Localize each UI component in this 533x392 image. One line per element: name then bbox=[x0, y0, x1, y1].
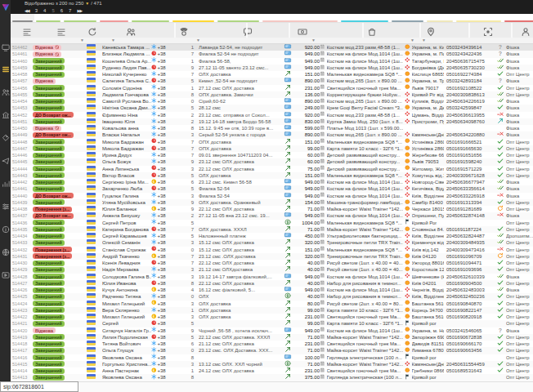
tracking-number[interactable]: 20450631554459 bbox=[444, 361, 495, 368]
client-phone-link[interactable]: +38 bbox=[151, 280, 181, 287]
table-row[interactable]: 514443ЗавершенийВіктор Власов+385ОЛХ дос… bbox=[11, 172, 533, 179]
tab-8[interactable]: Нема в наявності1 bbox=[339, 14, 390, 22]
integrations-icon[interactable] bbox=[1, 247, 10, 256]
page-button-7[interactable]: 7 bbox=[69, 8, 71, 13]
tracking-number[interactable]: 20450636677947 bbox=[444, 179, 495, 185]
client-phone-link[interactable]: +38 bbox=[151, 172, 181, 180]
client-phone-link[interactable]: +38 bbox=[151, 111, 181, 118]
column-filter-caret-icon[interactable]: ▼ bbox=[311, 38, 316, 42]
table-row[interactable]: 514445ЗавершенийОльга Божук+38923.12 смс… bbox=[11, 158, 533, 165]
table-row[interactable]: 514451ЗавершенийІващенко Юля+38219.12 14… bbox=[11, 118, 533, 125]
tab-12[interactable]: Повернений bbox=[503, 14, 533, 22]
tracking-number[interactable]: 0501691093696 bbox=[444, 266, 495, 273]
client-phone-link[interactable]: +38 bbox=[151, 253, 181, 261]
tracking-number[interactable]: 0501690820918 bbox=[444, 314, 495, 320]
client-phone-link[interactable]: +38 bbox=[151, 138, 181, 145]
client-phone-link[interactable]: +38 bbox=[151, 206, 181, 213]
tracking-number[interactable]: 0501691571229 bbox=[444, 166, 495, 172]
tracking-number[interactable]: 0501692108522 bbox=[444, 85, 495, 91]
client-phone-link[interactable]: +38 bbox=[151, 145, 181, 153]
client-phone-link[interactable]: +38 bbox=[151, 334, 181, 341]
client-phone-link[interactable]: +38 bbox=[151, 165, 181, 172]
page-button-4[interactable]: 4 bbox=[43, 8, 46, 13]
tracking-number[interactable]: 0501690822147 bbox=[444, 307, 495, 314]
table-row[interactable]: 514454ЗавершенийСамотій Руслана Во...+38… bbox=[11, 98, 533, 105]
table-row[interactable]: 514430ЗавершенийКсенія Левадния+38722.12… bbox=[11, 260, 533, 266]
tracking-number[interactable]: 0501691281689 bbox=[444, 206, 495, 212]
client-phone-link[interactable]: +38 bbox=[151, 327, 181, 334]
table-row[interactable]: 514450ВідмоваКовальова анна+38815.12. 9:… bbox=[11, 125, 533, 131]
table-row[interactable]: 514459ЗавершенийРуденко Лидия Пав...+389… bbox=[11, 65, 533, 71]
tracking-number[interactable]: 0501690663456 bbox=[444, 347, 495, 354]
tracking-number[interactable]: 20450634220880 bbox=[444, 131, 495, 138]
client-column-icon[interactable] bbox=[126, 25, 136, 35]
client-phone-link[interactable]: +38 bbox=[151, 226, 181, 234]
tab-10[interactable]: Сервіси0 bbox=[425, 14, 455, 22]
tracking-number[interactable]: 0501690904500 bbox=[444, 280, 495, 287]
manager-column-icon[interactable] bbox=[521, 25, 531, 35]
tracking-number[interactable]: 0503243439614 bbox=[444, 44, 495, 51]
client-phone-link[interactable]: +38 bbox=[151, 287, 181, 294]
table-row[interactable]: 514444ЗавершенийАнна Липенська+38322.12 … bbox=[11, 166, 533, 172]
tracking-number[interactable]: 20450632874148 bbox=[444, 212, 495, 219]
tracking-number[interactable]: 20450635730230 bbox=[444, 65, 495, 71]
table-row[interactable]: 514419ЗавершенийЛилия Подолинская+38522.… bbox=[11, 334, 533, 341]
comment-column-icon[interactable] bbox=[243, 25, 253, 35]
table-row[interactable]: 514431Повернення (з...Андрій Ткаченко+38… bbox=[11, 253, 533, 260]
product-column-icon[interactable] bbox=[367, 25, 377, 35]
table-row[interactable]: 514434ЗавершенийСергей Карамышев+385Нало… bbox=[11, 233, 533, 239]
tracking-number[interactable]: 0501692274384 bbox=[444, 71, 495, 78]
tracking-column-icon[interactable] bbox=[483, 25, 493, 35]
table-row[interactable]: 514427ЗавершенийЮлия Иванова+38822.12 см… bbox=[11, 280, 533, 287]
table-row[interactable]: 514452ДО Возврат ож...Єфименко Ніна+3822… bbox=[11, 112, 533, 118]
client-phone-link[interactable]: +38 bbox=[151, 374, 181, 381]
tracking-number[interactable]: 0501690666170 bbox=[444, 341, 495, 347]
first-page-button[interactable]: ◀◀ bbox=[25, 8, 29, 13]
table-row[interactable]: 514455ЗавершенийЛюдмила Гончарова+388ОПХ… bbox=[11, 91, 533, 98]
tracking-number[interactable]: 0503243422436 bbox=[444, 51, 495, 57]
table-row[interactable]: 514423ЗавершенийВера Скляренко+381ОЛХ до… bbox=[11, 307, 533, 314]
client-phone-link[interactable]: +38 bbox=[151, 293, 181, 301]
tracking-number[interactable]: 0501691598240 bbox=[444, 158, 495, 165]
tracking-number[interactable]: 20450632450236 bbox=[444, 293, 495, 300]
page-button-6[interactable]: 6 bbox=[60, 8, 63, 13]
settings-icon[interactable] bbox=[1, 202, 10, 211]
table-row[interactable]: 514429ЗавершенийНадія Мерзаєва+38321.12 … bbox=[11, 266, 533, 273]
client-phone-link[interactable]: +38 bbox=[151, 51, 181, 58]
substatus-column-icon[interactable] bbox=[56, 25, 66, 35]
table-row[interactable]: 514420ВідмоваСитарчук Наталія Гр...+389Ч… bbox=[11, 327, 533, 334]
statistics-icon[interactable] bbox=[1, 179, 10, 188]
tab-11[interactable]: В дорозі додому0 bbox=[455, 14, 503, 22]
client-phone-link[interactable]: +38 bbox=[151, 273, 181, 280]
client-phone-link[interactable]: +38 bbox=[151, 185, 181, 193]
table-row[interactable]: 514435ЗавершенийКатерина Богданова+387ОЛ… bbox=[11, 226, 533, 233]
table-row[interactable]: 514458ЗавершенийНиколай Кучеренко+387ОЛХ… bbox=[11, 71, 533, 78]
table-row[interactable]: 514437ДО Возврат ож...Анжела Безушку+382… bbox=[11, 212, 533, 219]
column-filter-caret-icon[interactable]: ▼ bbox=[422, 38, 426, 42]
client-phone-link[interactable]: +38 bbox=[151, 78, 181, 85]
client-phone-link[interactable]: +38 bbox=[151, 233, 181, 240]
client-phone-link[interactable]: +38 bbox=[151, 84, 181, 91]
info-icon[interactable] bbox=[1, 225, 10, 234]
callback-column-icon[interactable] bbox=[87, 25, 97, 35]
tracking-number[interactable]: 20450633356614 bbox=[444, 185, 495, 192]
client-phone-link[interactable]: +38 bbox=[151, 192, 181, 199]
orders-icon[interactable] bbox=[1, 65, 10, 74]
tab-5[interactable]: Відправлений12 bbox=[171, 14, 216, 22]
tracking-number[interactable]: 20450636613955 bbox=[444, 112, 495, 118]
tab-all[interactable]: Всі471 bbox=[11, 14, 34, 22]
tracking-number[interactable]: 20450632824487 bbox=[444, 233, 495, 239]
warehouse-icon[interactable] bbox=[1, 110, 10, 119]
client-phone-link[interactable]: +38 bbox=[151, 341, 181, 348]
tracking-number[interactable]: 20450634226619 bbox=[444, 98, 495, 105]
table-row[interactable]: 514417ЗавершенийОльга Глущук+38023.12 см… bbox=[11, 347, 533, 354]
tab-9[interactable]: Самовивіз2 bbox=[390, 14, 425, 22]
client-phone-link[interactable]: +38 bbox=[151, 71, 181, 78]
client-phone-link[interactable]: +38 bbox=[151, 158, 181, 166]
table-row[interactable]: 514413ЗавершенийЯковлева Оксана+388375.0… bbox=[11, 374, 533, 381]
tracking-number[interactable]: 0501691313394 bbox=[444, 199, 495, 206]
table-row[interactable]: 514449ДО Возврат ож...Власюк Наталья+383… bbox=[11, 131, 533, 138]
tracking-number[interactable]: 0501691651656 bbox=[444, 152, 495, 158]
table-row[interactable]: 514425ЗавершенийРадченко Тетяна+380ОЛХ40… bbox=[11, 293, 533, 300]
table-row[interactable]: 514439ЗавершенийУляна Мусійовська+389ОЛХ… bbox=[11, 199, 533, 206]
